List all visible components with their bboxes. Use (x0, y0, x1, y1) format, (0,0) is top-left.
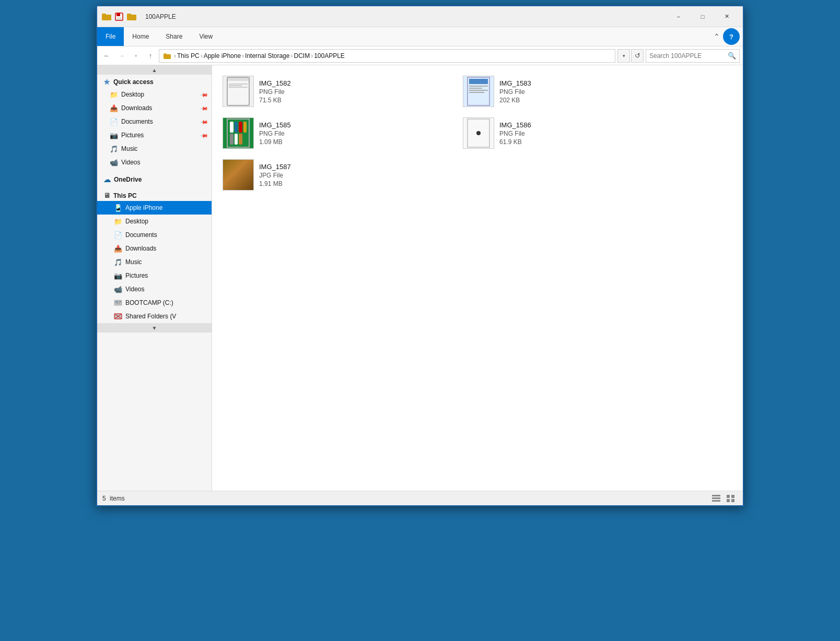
file-item-img1587[interactable]: IMG_1587 JPG File 1.91 MB (220, 157, 440, 193)
breadcrumb-sep-4: › (311, 52, 313, 60)
breadcrumb-dcim[interactable]: DCIM (294, 52, 310, 60)
sidebar-item-bootcamp[interactable]: BOOTCAMP (C:) (97, 296, 212, 310)
sidebar-item-pictures-qa[interactable]: 📷 Pictures 📌 (97, 128, 212, 142)
view-controls (709, 493, 738, 504)
maximize-button[interactable]: □ (691, 8, 715, 25)
ribbon: File Home Share View ⌃ ? (97, 27, 743, 46)
sidebar-item-videos-qa[interactable]: 📹 Videos (97, 156, 212, 169)
thispc-icon: 🖥 (103, 192, 110, 199)
sidebar-scroll-down[interactable]: ▼ (97, 323, 212, 333)
sidebar-onedrive-label: ☁ OneDrive (97, 172, 212, 185)
sidebar-item-music-qa[interactable]: 🎵 Music (97, 142, 212, 156)
tab-share[interactable]: Share (157, 27, 191, 46)
sidebar-item-shared-folders[interactable]: Shared Folders (V (97, 310, 212, 323)
sidebar-item-pictures-thispc[interactable]: 📷 Pictures (97, 269, 212, 282)
bootcamp-drive-icon (114, 299, 122, 307)
pin-icon-4: 📌 (200, 131, 208, 139)
breadcrumb-100apple[interactable]: 100APPLE (314, 52, 345, 60)
back-button[interactable]: ← (100, 50, 113, 62)
pin-icon-3: 📌 (200, 117, 208, 126)
file-item-img1582[interactable]: IMG_1582 PNG File 71.5 KB (220, 74, 440, 109)
file-thumb-img1583 (463, 76, 494, 107)
svg-rect-11 (115, 303, 120, 303)
up-button[interactable]: ↑ (144, 50, 157, 62)
svg-rect-4 (116, 17, 122, 20)
shared-drive-icon (114, 312, 122, 320)
file-info-img1587: IMG_1587 JPG File 1.91 MB (259, 163, 291, 187)
address-dropdown-button[interactable]: ▾ (617, 49, 630, 63)
tab-file[interactable]: File (97, 27, 124, 46)
search-icon[interactable]: 🔍 (728, 52, 736, 60)
file-type-img1587: JPG File (259, 172, 291, 179)
svg-rect-10 (115, 301, 118, 302)
breadcrumb-sep-1: › (201, 52, 203, 60)
file-item-img1583[interactable]: IMG_1583 PNG File 202 KB (461, 74, 680, 109)
videos2-folder-icon: 📹 (114, 285, 122, 293)
svg-rect-17 (712, 497, 720, 499)
sidebar-item-downloads-qa[interactable]: 📥 Downloads 📌 (97, 101, 212, 115)
details-view-button[interactable] (709, 493, 723, 504)
minimize-button[interactable]: − (667, 8, 691, 25)
breadcrumb-storage[interactable]: Internal Storage (245, 52, 289, 60)
sidebar-item-desktop-thispc[interactable]: 📁 Desktop (97, 215, 212, 228)
file-thumb-img1586 (463, 117, 494, 149)
sidebar: ▲ ★ Quick access 📁 Desktop 📌 📥 Downloads… (97, 65, 212, 491)
file-thumb-img1587 (223, 159, 254, 191)
breadcrumb-thispc[interactable]: This PC (177, 52, 200, 60)
sidebar-item-documents-qa[interactable]: 📄 Documents 📌 (97, 115, 212, 128)
ribbon-collapse-icon[interactable]: ⌃ (714, 32, 720, 41)
sidebar-item-desktop[interactable]: 📁 Desktop 📌 (97, 88, 212, 101)
file-name-img1585: IMG_1585 (259, 121, 291, 129)
address-refresh-button[interactable]: ↺ (631, 49, 644, 63)
content-area: ▲ ★ Quick access 📁 Desktop 📌 📥 Downloads… (97, 65, 743, 491)
pictures-folder-icon: 📷 (110, 131, 118, 139)
svg-rect-21 (727, 499, 730, 502)
large-icons-view-button[interactable] (724, 493, 738, 504)
tab-home[interactable]: Home (124, 27, 157, 46)
file-info-img1582: IMG_1582 PNG File 71.5 KB (259, 79, 291, 104)
sidebar-quick-access-label: ★ Quick access (97, 75, 212, 88)
file-item-img1586[interactable]: IMG_1586 PNG File 61.9 KB (461, 115, 680, 151)
quick-access-star-icon: ★ (103, 78, 110, 86)
window-controls: − □ ✕ (667, 8, 739, 25)
svg-rect-16 (712, 495, 720, 496)
svg-rect-0 (102, 15, 111, 20)
search-input[interactable] (649, 52, 728, 60)
iphone-icon: 📱 (114, 204, 122, 212)
svg-rect-8 (164, 53, 167, 55)
help-button[interactable]: ? (723, 28, 740, 45)
file-item-img1585[interactable]: IMG_1585 PNG File 1.09 MB (220, 115, 440, 151)
svg-rect-3 (116, 13, 120, 16)
file-thumb-img1582 (223, 76, 254, 107)
documents-folder-icon: 📄 (110, 117, 118, 126)
sidebar-item-apple-iphone[interactable]: 📱 Apple iPhone (97, 201, 212, 215)
svg-rect-20 (731, 495, 734, 498)
sidebar-item-downloads-thispc[interactable]: 📥 Downloads (97, 242, 212, 255)
sidebar-item-music-thispc[interactable]: 🎵 Music (97, 255, 212, 269)
forward-button[interactable]: → (115, 50, 127, 62)
folder2-icon (126, 11, 137, 22)
tab-view[interactable]: View (191, 27, 221, 46)
downloads-folder-icon: 📥 (110, 104, 118, 112)
sidebar-item-documents-thispc[interactable]: 📄 Documents (97, 228, 212, 242)
file-name-img1582: IMG_1582 (259, 79, 291, 87)
window-title: 100APPLE (145, 13, 667, 20)
file-name-img1583: IMG_1583 (499, 79, 531, 87)
status-bar: 5 items (97, 491, 743, 505)
sidebar-item-videos-thispc[interactable]: 📹 Videos (97, 282, 212, 296)
documents2-folder-icon: 📄 (114, 231, 122, 239)
downloads2-folder-icon: 📥 (114, 244, 122, 253)
file-type-img1585: PNG File (259, 130, 291, 137)
close-button[interactable]: ✕ (715, 8, 739, 25)
file-size-img1583: 202 KB (499, 97, 531, 104)
address-end-buttons: ▾ ↺ (617, 49, 644, 63)
file-size-img1582: 71.5 KB (259, 97, 291, 104)
breadcrumb-iphone[interactable]: Apple iPhone (204, 52, 241, 60)
search-box[interactable]: 🔍 (646, 49, 740, 63)
onedrive-icon: ☁ (103, 175, 111, 184)
address-path[interactable]: › This PC › Apple iPhone › Internal Stor… (159, 49, 615, 63)
file-area: IMG_1582 PNG File 71.5 KB (212, 65, 743, 491)
sidebar-thispc-label: 🖥 This PC (97, 188, 212, 201)
recent-locations-button[interactable]: ▾ (130, 50, 142, 62)
sidebar-scroll-up[interactable]: ▲ (97, 65, 212, 75)
